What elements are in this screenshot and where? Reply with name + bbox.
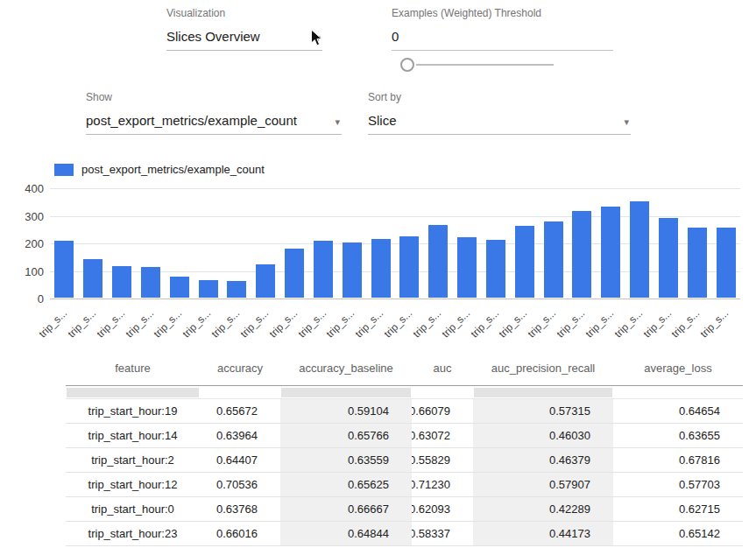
metric-cell: 0.62093	[412, 497, 473, 521]
feature-cell: trip_start_hour:0	[66, 497, 200, 521]
filter-cell	[200, 386, 280, 398]
metric-cell: 0.64407	[200, 448, 280, 472]
bar[interactable]	[486, 240, 505, 298]
slider-thumb[interactable]	[400, 58, 414, 72]
bar[interactable]	[54, 241, 74, 298]
visualization-value: Slices Overview	[166, 29, 260, 44]
bar[interactable]	[371, 239, 391, 298]
metric-cell: 0.65625	[280, 473, 412, 496]
metrics-table: featureaccuracyaccuracy_baselineaucauc_p…	[66, 350, 743, 546]
bar[interactable]	[457, 237, 477, 298]
x-tick-label: trip_s...	[382, 307, 415, 341]
bar[interactable]	[170, 277, 189, 298]
x-tick-label: trip_s...	[410, 307, 443, 341]
threshold-slider[interactable]	[392, 58, 554, 72]
metric-cell: 0.64844	[280, 522, 412, 545]
bar-chart-plot	[50, 188, 740, 299]
bar[interactable]	[601, 207, 620, 298]
filter-box	[281, 388, 411, 397]
column-header[interactable]: auc_precision_recall	[473, 350, 613, 385]
bar[interactable]	[112, 266, 131, 298]
bar[interactable]	[659, 218, 678, 298]
visualization-dropdown[interactable]: Slices Overview ▾	[166, 27, 322, 51]
metric-cell: 0.57315	[473, 399, 613, 423]
bar[interactable]	[630, 201, 649, 298]
metric-cell: 0.57907	[473, 473, 613, 496]
bar[interactable]	[544, 221, 563, 298]
metric-cell: 0.71230	[412, 473, 473, 496]
feature-cell: trip_start_hour:19	[66, 399, 200, 423]
chevron-down-icon: ▾	[335, 116, 340, 128]
metric-cell: 0.63964	[200, 424, 280, 447]
metric-cell: 0.65766	[280, 424, 412, 447]
threshold-control: Examples (Weighted) Threshold 0	[392, 7, 613, 51]
sort-by-control: Sort by Slice ▾	[368, 91, 631, 135]
x-tick-label: trip_s...	[497, 307, 530, 341]
metric-cell: 0.66667	[280, 497, 412, 521]
chart-x-axis: trip_s...trip_s...trip_s...trip_s...trip…	[50, 304, 740, 342]
column-header[interactable]: auc	[412, 350, 473, 385]
bar[interactable]	[227, 281, 246, 298]
bar[interactable]	[314, 241, 333, 298]
column-header[interactable]: average_loss	[613, 350, 743, 385]
table-row[interactable]: trip_start_hour:00.637680.666670.620930.…	[66, 497, 743, 522]
filter-cell	[412, 386, 473, 398]
filter-cell	[66, 386, 200, 398]
table-filter-row	[66, 386, 743, 399]
bar[interactable]	[688, 228, 707, 298]
table-row[interactable]: trip_start_hour:120.705360.656250.712300…	[66, 473, 743, 497]
x-tick-label: trip_s...	[583, 307, 616, 341]
y-tick-label: 0	[38, 292, 44, 306]
y-tick-label: 300	[25, 209, 44, 222]
bar[interactable]	[572, 211, 591, 298]
bar[interactable]	[83, 259, 102, 298]
show-control: Show post_export_metrics/example_count ▾	[86, 91, 342, 135]
bar[interactable]	[428, 225, 448, 298]
filter-box	[67, 388, 199, 397]
bar[interactable]	[141, 267, 160, 298]
threshold-label: Examples (Weighted) Threshold	[392, 7, 613, 19]
filter-cell	[613, 386, 743, 398]
bar[interactable]	[256, 264, 275, 298]
table-row[interactable]: trip_start_hour:140.639640.657660.630720…	[66, 424, 743, 448]
metric-cell: 0.55829	[412, 448, 473, 472]
table-row[interactable]: trip_start_hour:20.644070.635590.558290.…	[66, 448, 743, 473]
legend-label: post_export_metrics/example_count	[81, 163, 265, 176]
chevron-down-icon: ▾	[315, 32, 321, 44]
threshold-input[interactable]: 0	[392, 27, 613, 51]
slider-track[interactable]	[416, 64, 554, 66]
table-row[interactable]: trip_start_hour:230.660160.648440.583370…	[66, 522, 743, 546]
x-tick-label: trip_s...	[698, 307, 731, 341]
bar[interactable]	[515, 226, 534, 298]
y-tick-label: 100	[25, 264, 44, 278]
gridline	[50, 299, 740, 299]
metric-cell: 0.70536	[200, 473, 280, 496]
bar[interactable]	[285, 249, 304, 298]
metric-cell: 0.65672	[200, 399, 280, 423]
x-tick-label: trip_s...	[266, 307, 300, 341]
show-metric-dropdown[interactable]: post_export_metrics/example_count ▾	[86, 111, 342, 135]
x-tick-label: trip_s...	[237, 307, 271, 341]
feature-cell: trip_start_hour:23	[66, 522, 200, 545]
chart-legend: post_export_metrics/example_count	[54, 163, 265, 176]
metric-cell: 0.63768	[200, 497, 280, 521]
table-header-row: featureaccuracyaccuracy_baselineaucauc_p…	[66, 350, 743, 386]
bar[interactable]	[199, 280, 218, 298]
gridline	[50, 188, 740, 189]
bar[interactable]	[399, 236, 419, 298]
column-header[interactable]: accuracy	[200, 350, 280, 385]
metric-cell: 0.63072	[412, 424, 473, 447]
sort-by-dropdown[interactable]: Slice ▾	[368, 111, 631, 135]
metric-cell: 0.63655	[613, 424, 743, 447]
x-tick-label: trip_s...	[152, 307, 185, 341]
visualization-control: Visualization Slices Overview ▾	[166, 7, 322, 51]
column-header[interactable]: accuracy_baseline	[280, 350, 412, 385]
visualization-label: Visualization	[166, 7, 322, 19]
table-row[interactable]: trip_start_hour:190.656720.591040.660790…	[66, 399, 743, 424]
bar[interactable]	[717, 228, 736, 298]
metric-cell: 0.66079	[412, 399, 473, 423]
metric-cell: 0.63559	[280, 448, 412, 472]
column-header[interactable]: feature	[66, 350, 200, 385]
bar[interactable]	[343, 242, 362, 298]
metric-cell: 0.59104	[280, 399, 412, 423]
